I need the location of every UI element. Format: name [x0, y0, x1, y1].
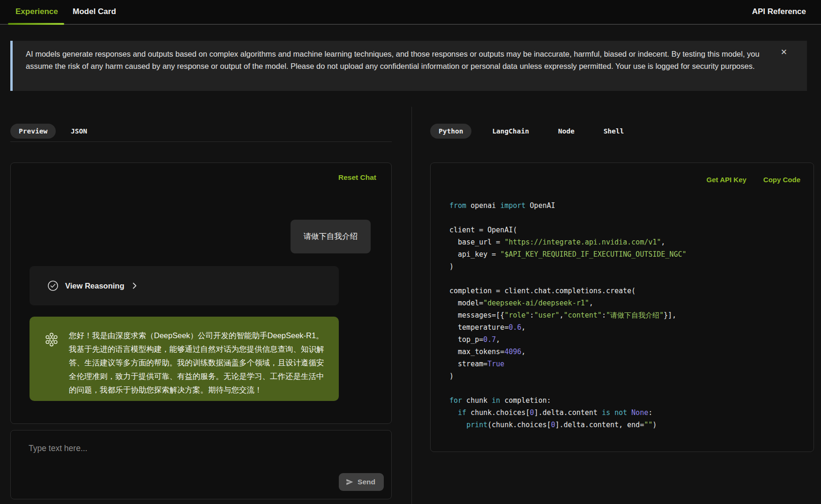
panel-divider [411, 107, 412, 504]
molecule-icon [43, 329, 61, 390]
tab-json[interactable]: JSON [62, 124, 96, 139]
chevron-right-icon [131, 282, 138, 289]
view-reasoning-toggle[interactable]: View Reasoning [30, 266, 339, 305]
user-message-bubble: 请做下自我介绍 [291, 220, 371, 253]
user-message-text: 请做下自我介绍 [304, 232, 358, 240]
chat-panel: Reset Chat 请做下自我介绍 View Reasoning [10, 163, 392, 424]
disclaimer-text: AI models generate responses and outputs… [26, 48, 766, 72]
tab-node[interactable]: Node [550, 124, 583, 139]
api-reference-link[interactable]: API Reference [752, 7, 806, 16]
reset-chat-button[interactable]: Reset Chat [338, 173, 376, 182]
tab-shell[interactable]: Shell [595, 124, 633, 139]
assistant-message-text: 您好！我是由深度求索（DeepSeek）公司开发的智能助手DeepSeek-R1… [69, 329, 327, 390]
code-block: from openai import OpenAIclient = OpenAI… [449, 200, 687, 431]
preview-tab-border [10, 141, 392, 142]
tab-preview[interactable]: Preview [10, 124, 56, 139]
message-input[interactable] [11, 430, 391, 475]
tab-experience[interactable]: Experience [15, 7, 58, 16]
view-reasoning-label: View Reasoning [65, 282, 124, 290]
message-composer: Send [10, 430, 392, 499]
close-icon[interactable]: ✕ [781, 47, 787, 57]
code-actions: Get API Key Copy Code [707, 176, 800, 184]
app-root: Experience Model Card API Reference AI m… [0, 0, 821, 504]
send-label: Send [358, 478, 375, 486]
send-button[interactable]: Send [339, 473, 384, 491]
disclaimer-banner: AI models generate responses and outputs… [10, 41, 807, 91]
copy-code-link[interactable]: Copy Code [763, 176, 800, 184]
code-language-tab-bar: Python LangChain Node Shell [430, 124, 633, 139]
tab-model-card[interactable]: Model Card [73, 7, 116, 16]
code-panel: Get API Key Copy Code from openai import… [430, 163, 814, 452]
tab-langchain[interactable]: LangChain [484, 124, 537, 139]
assistant-message-bubble: 您好！我是由深度求索（DeepSeek）公司开发的智能助手DeepSeek-R1… [30, 317, 339, 401]
preview-tab-bar: Preview JSON [10, 124, 96, 139]
nav-divider [0, 24, 821, 25]
check-circle-icon [47, 280, 59, 291]
active-tab-underline [8, 23, 64, 25]
top-nav: Experience Model Card API Reference [0, 0, 821, 25]
tab-python[interactable]: Python [430, 124, 471, 139]
send-icon [345, 478, 354, 486]
get-api-key-link[interactable]: Get API Key [707, 176, 746, 184]
